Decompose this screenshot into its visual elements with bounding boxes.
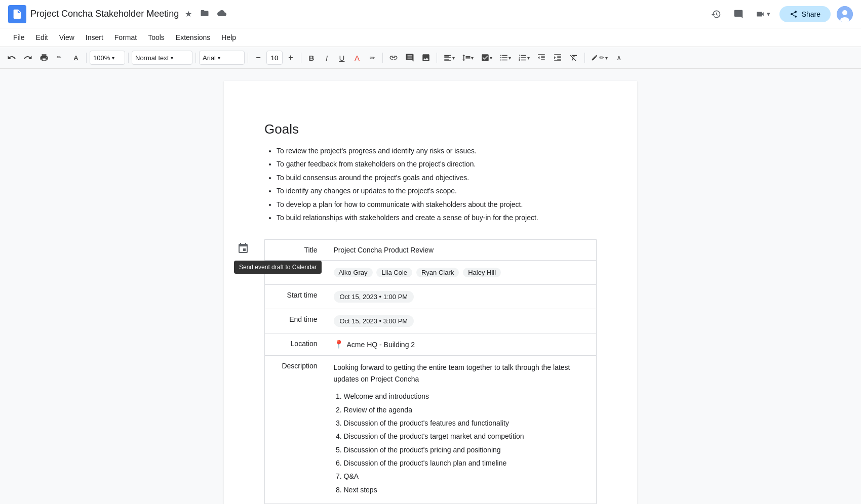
- menu-help[interactable]: Help: [216, 31, 241, 44]
- doc-area: Goals To review the project's progress a…: [0, 69, 861, 504]
- format-dropdown-icon: ▾: [171, 55, 173, 61]
- svg-point-1: [842, 10, 847, 15]
- font-family-select[interactable]: Arial ▾: [199, 51, 245, 65]
- zoom-dropdown-icon: ▾: [112, 55, 114, 61]
- indent-decrease-button[interactable]: [534, 50, 549, 66]
- doc-title: Project Concha Stakeholder Meeting: [30, 9, 179, 19]
- event-title-row: Title Project Concha Product Review: [265, 240, 597, 261]
- title-icons: ★: [183, 7, 228, 22]
- insert-image-button[interactable]: [418, 50, 434, 66]
- title-right: ▾ Share: [708, 6, 853, 22]
- desc-item-4: Discussion of the product's target marke…: [344, 431, 589, 442]
- collapse-toolbar-button[interactable]: ∧: [612, 50, 626, 66]
- insert-comment-button[interactable]: [402, 50, 417, 66]
- zoom-select[interactable]: 100% ▾: [90, 51, 125, 65]
- history-button[interactable]: [708, 6, 724, 22]
- toolbar-divider-2: [128, 53, 129, 63]
- goal-item-1: To review the project's progress and ide…: [277, 145, 597, 156]
- avatar: [837, 6, 853, 22]
- star-icon[interactable]: ★: [183, 7, 194, 21]
- toolbar-divider-6: [382, 53, 383, 63]
- share-button[interactable]: Share: [779, 6, 831, 22]
- location-pin-icon: 📍: [334, 340, 344, 349]
- description-intro: Looking forward to getting the entire te…: [334, 362, 589, 385]
- goal-item-4: To identify any changes or updates to th…: [277, 185, 597, 196]
- desc-item-7: Q&A: [344, 471, 589, 482]
- menu-tools[interactable]: Tools: [143, 31, 170, 44]
- desc-item-5: Discussion of the product's pricing and …: [344, 444, 589, 455]
- paint-format-button[interactable]: ✏: [53, 50, 68, 66]
- guest-chip-1: Aiko Gray: [334, 268, 373, 277]
- spell-check-button[interactable]: A: [69, 50, 83, 66]
- print-button[interactable]: [36, 50, 52, 66]
- cloud-icon[interactable]: [215, 7, 228, 22]
- event-end-time-value: Oct 15, 2023 • 3:00 PM: [326, 309, 597, 333]
- event-description-label: Description: [265, 356, 326, 504]
- calendar-tooltip: Send event draft to Calendar: [234, 261, 322, 274]
- format-style-select[interactable]: Normal text ▾: [132, 51, 192, 65]
- toolbar-divider-8: [584, 53, 585, 63]
- doc-page: Goals To review the project's progress a…: [224, 81, 637, 504]
- goal-item-3: To build consensus around the project's …: [277, 172, 597, 183]
- font-family-value: Arial: [203, 54, 216, 62]
- font-size-decrease-button[interactable]: −: [251, 50, 265, 66]
- menu-bar: File Edit View Insert Format Tools Exten…: [0, 28, 861, 47]
- menu-insert[interactable]: Insert: [81, 31, 108, 44]
- font-size-input[interactable]: 10: [266, 51, 283, 65]
- event-description-value: Looking forward to getting the entire te…: [326, 356, 597, 504]
- toolbar-divider-4: [248, 53, 248, 63]
- link-button[interactable]: [386, 50, 401, 66]
- event-end-time-label: End time: [265, 309, 326, 333]
- underline-button[interactable]: U: [335, 50, 349, 66]
- bullet-list-button[interactable]: ▾: [496, 50, 514, 66]
- goal-item-2: To gather feedback from stakeholders on …: [277, 158, 597, 170]
- doc-icon: [8, 5, 26, 23]
- menu-format[interactable]: Format: [109, 31, 142, 44]
- italic-button[interactable]: I: [320, 50, 334, 66]
- folder-icon[interactable]: [198, 7, 211, 22]
- end-time-chip: Oct 15, 2023 • 3:00 PM: [334, 315, 414, 327]
- desc-item-1: Welcome and introductions: [344, 391, 589, 402]
- event-location-value: 📍 Acme HQ - Building 2: [326, 333, 597, 356]
- undo-button[interactable]: [4, 50, 19, 66]
- event-end-time-row: End time Oct 15, 2023 • 3:00 PM: [265, 309, 597, 333]
- font-size-increase-button[interactable]: +: [284, 50, 298, 66]
- menu-edit[interactable]: Edit: [31, 31, 53, 44]
- redo-button[interactable]: [20, 50, 35, 66]
- comment-button[interactable]: [730, 6, 747, 22]
- toolbar-divider-3: [195, 53, 196, 63]
- location-value: Acme HQ - Building 2: [347, 341, 415, 349]
- goals-title: Goals: [264, 121, 597, 137]
- meet-label: ▾: [767, 10, 770, 18]
- guest-chip-3: Ryan Clark: [416, 268, 459, 277]
- highlight-button[interactable]: ✏: [365, 50, 379, 66]
- goal-item-5: To develop a plan for how to communicate…: [277, 199, 597, 210]
- menu-view[interactable]: View: [54, 31, 80, 44]
- goals-list: To review the project's progress and ide…: [264, 145, 597, 223]
- send-to-calendar-button[interactable]: [234, 239, 252, 258]
- event-start-time-value: Oct 15, 2023 • 1:00 PM: [326, 285, 597, 309]
- location-text: 📍 Acme HQ - Building 2: [334, 340, 589, 349]
- line-spacing-button[interactable]: ▾: [459, 50, 477, 66]
- format-style-value: Normal text: [135, 54, 169, 62]
- zoom-value: 100%: [93, 54, 110, 62]
- clear-format-button[interactable]: [566, 50, 581, 66]
- goal-item-6: To build relationships with stakeholders…: [277, 212, 597, 223]
- svg-text:✏: ✏: [57, 54, 62, 60]
- event-description-row: Description Looking forward to getting t…: [265, 356, 597, 504]
- indent-increase-button[interactable]: [550, 50, 565, 66]
- numbered-list-button[interactable]: ▾: [515, 50, 533, 66]
- menu-extensions[interactable]: Extensions: [171, 31, 215, 44]
- editing-dropdown-icon: ▾: [605, 55, 608, 61]
- menu-file[interactable]: File: [8, 31, 30, 44]
- meet-button[interactable]: ▾: [753, 7, 773, 22]
- align-button[interactable]: ▾: [440, 50, 458, 66]
- text-color-button[interactable]: A: [350, 50, 364, 66]
- editing-mode-button[interactable]: ✏ ▾: [588, 50, 611, 66]
- event-start-time-row: Start time Oct 15, 2023 • 1:00 PM: [265, 285, 597, 309]
- desc-item-3: Discussion of the product's features and…: [344, 417, 589, 429]
- desc-item-6: Discussion of the product's launch plan …: [344, 457, 589, 469]
- guest-chip-2: Lila Cole: [376, 268, 412, 277]
- bold-button[interactable]: B: [304, 50, 319, 66]
- checklist-button[interactable]: ▾: [478, 50, 495, 66]
